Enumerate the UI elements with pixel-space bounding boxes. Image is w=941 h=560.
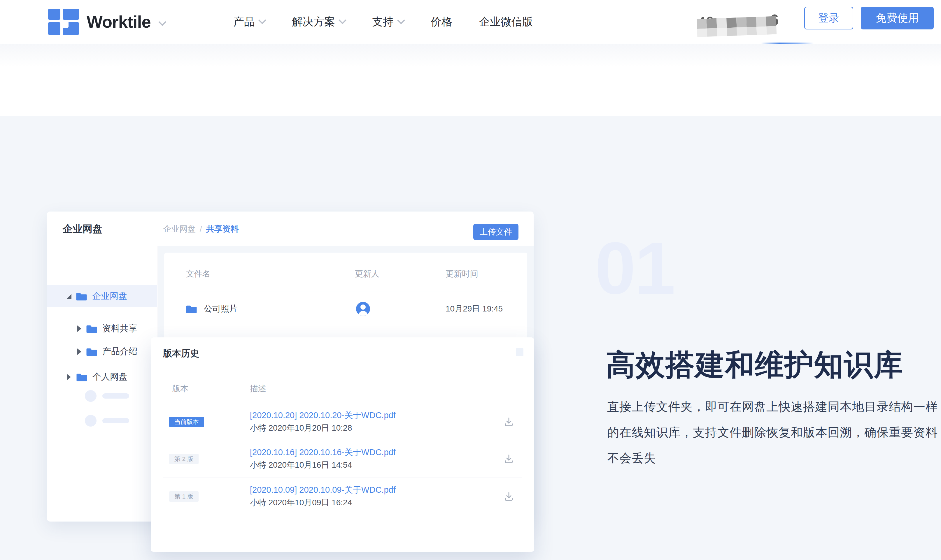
nav-item-products[interactable]: 产品 — [233, 15, 265, 29]
skeleton-row — [85, 390, 129, 402]
folder-icon — [86, 347, 97, 356]
drive-card-header: 企业网盘 企业网盘 / 共享资料 上传文件 — [47, 212, 534, 246]
version-history-modal: 版本历史 版本 描述 当前版本 [2020.10.20] 2020.10.20-… — [151, 337, 534, 552]
nav-item-wechat-work[interactable]: 企业微信版 — [479, 15, 533, 29]
skeleton-bar — [102, 418, 129, 423]
divider — [163, 515, 522, 515]
column-header-updater: 更新人 — [355, 268, 379, 279]
chevron-down-icon — [158, 18, 166, 26]
tree-item-personal-drive[interactable]: 个人网盘 — [47, 366, 157, 388]
worktile-logo-icon — [48, 8, 79, 35]
version-badge: 第 2 版 — [169, 454, 199, 464]
folder-icon — [76, 373, 87, 382]
breadcrumb-root[interactable]: 企业网盘 — [163, 223, 196, 235]
file-name: 公司照片 — [204, 303, 238, 315]
close-icon[interactable] — [516, 348, 523, 356]
caret-collapsed-icon[interactable] — [77, 325, 81, 332]
tree-item-label: 企业网盘 — [92, 290, 127, 302]
nav-item-label: 解决方案 — [292, 15, 335, 29]
version-file-link[interactable]: [2020.10.20] 2020.10.20-关于WDC.pdf — [250, 410, 396, 421]
modal-title: 版本历史 — [163, 337, 199, 369]
logo-text: Worktile — [86, 12, 151, 31]
updater-avatar — [356, 302, 370, 316]
nav-item-label: 支持 — [372, 15, 394, 29]
breadcrumb-current: 共享资料 — [206, 223, 239, 235]
nav-links: 产品 解决方案 支持 价格 企业微信版 — [233, 0, 533, 44]
feature-index-watermark: 01 — [595, 232, 674, 305]
tree-item-enterprise-drive[interactable]: 企业网盘 — [47, 285, 157, 307]
tree-item-shared-docs[interactable]: 资料共享 — [47, 318, 157, 340]
nav-item-support[interactable]: 支持 — [372, 15, 404, 29]
feature-heading: 高效搭建和维护知识库 — [606, 346, 903, 385]
nav-item-pricing[interactable]: 价格 — [431, 15, 452, 29]
caret-collapsed-icon[interactable] — [77, 348, 81, 355]
download-icon[interactable] — [503, 416, 515, 428]
column-header-filename: 文件名 — [186, 268, 211, 279]
phone-number-pixelated: 406 — [697, 11, 782, 39]
worktile-logo[interactable]: Worktile — [48, 8, 165, 35]
version-meta: 小特 2020年10月09日 16:24 — [250, 497, 352, 508]
nav-item-solutions[interactable]: 解决方案 — [292, 15, 345, 29]
navbar-shadow — [0, 44, 941, 67]
skeleton-circle — [85, 390, 97, 402]
column-header-version: 版本 — [172, 380, 188, 397]
breadcrumb-separator: / — [200, 225, 202, 234]
download-icon[interactable] — [503, 453, 515, 465]
login-button[interactable]: 登录 — [804, 7, 853, 29]
nav-item-label: 价格 — [431, 15, 452, 29]
version-row: 当前版本 [2020.10.20] 2020.10.20-关于WDC.pdf 小… — [151, 403, 534, 440]
version-badge-current: 当前版本 — [169, 417, 204, 427]
skeleton-bar — [102, 393, 129, 398]
folder-icon — [186, 305, 197, 313]
version-meta: 小特 2020年10月16日 14:54 — [250, 460, 352, 471]
free-trial-button[interactable]: 免费使用 — [861, 7, 934, 29]
version-row: 第 2 版 [2020.10.16] 2020.10.16-关于WDC.pdf … — [151, 440, 534, 477]
column-header-updated-time: 更新时间 — [446, 268, 478, 279]
chevron-down-icon — [258, 16, 266, 24]
version-file-link[interactable]: [2020.10.09] 2020.10.09-关于WDC.pdf — [250, 484, 396, 496]
caret-expanded-icon[interactable] — [67, 294, 71, 298]
table-row[interactable]: 公司照片 10月29日 19:45 — [164, 291, 527, 326]
column-header-description: 描述 — [250, 380, 266, 397]
chevron-down-icon — [339, 16, 346, 24]
tree-item-product-intro[interactable]: 产品介绍 — [47, 341, 157, 363]
caret-collapsed-icon[interactable] — [67, 374, 71, 380]
drive-sidebar-title: 企业网盘 — [63, 212, 102, 246]
upload-file-button[interactable]: 上传文件 — [473, 224, 518, 240]
folder-icon — [86, 324, 97, 333]
navbar-blue-underline — [761, 43, 814, 44]
breadcrumb: 企业网盘 / 共享资料 — [163, 212, 239, 246]
tree-item-label: 个人网盘 — [93, 371, 127, 383]
version-badge: 第 1 版 — [169, 491, 199, 502]
skeleton-circle — [85, 415, 97, 426]
feature-description: 直接上传文件夹，即可在网盘上快速搭建同本地目录结构一样的在线知识库，支持文件删除… — [607, 394, 939, 471]
tree-item-label: 资料共享 — [102, 323, 137, 334]
folder-icon — [76, 292, 87, 301]
version-file-link[interactable]: [2020.10.16] 2020.10.16-关于WDC.pdf — [250, 447, 396, 458]
modal-header: 版本历史 — [151, 337, 534, 369]
nav-item-label: 产品 — [233, 15, 255, 29]
drive-sidebar: 企业网盘 资料共享 产品介绍 个人网盘 — [47, 246, 157, 522]
updated-time: 10月29日 19:45 — [446, 291, 503, 326]
version-row: 第 1 版 [2020.10.09] 2020.10.09-关于WDC.pdf … — [151, 478, 534, 515]
nav-item-label: 企业微信版 — [479, 15, 533, 29]
version-meta: 小特 2020年10月20日 10:28 — [250, 423, 352, 434]
chevron-down-icon — [397, 16, 405, 24]
tree-item-label: 产品介绍 — [102, 346, 137, 357]
download-icon[interactable] — [503, 491, 515, 502]
top-navbar: Worktile 产品 解决方案 支持 价格 企业微信版 406 登录 免费使用 — [0, 0, 941, 44]
skeleton-row — [85, 415, 129, 426]
